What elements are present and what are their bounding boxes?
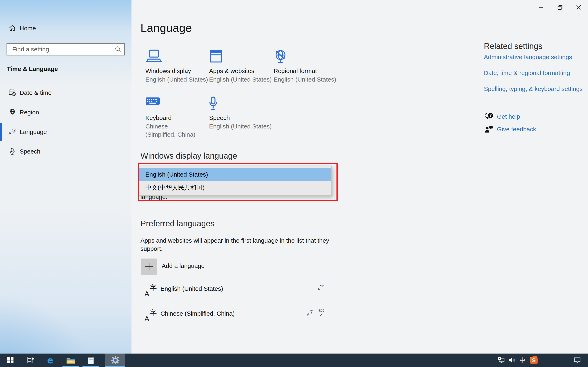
related-settings-heading: Related settings bbox=[484, 42, 543, 51]
running-indicator-settings bbox=[105, 366, 125, 367]
tile-label: Regional format bbox=[274, 67, 317, 74]
dropdown-option-chinese[interactable]: 中文(中华人民共和国) bbox=[139, 181, 331, 194]
ime-language-indicator[interactable]: 中 bbox=[518, 354, 527, 367]
sidebar-item-language[interactable]: 字 A Language bbox=[0, 123, 131, 141]
microphone-icon bbox=[209, 96, 217, 111]
minimize-button[interactable] bbox=[532, 0, 550, 15]
app-window-icon bbox=[209, 49, 223, 64]
language-row-chinese[interactable]: 字 A Chinese (Simplified, China) bbox=[145, 308, 332, 324]
tile-label: Keyboard bbox=[145, 114, 172, 121]
give-feedback-link[interactable]: Give feedback bbox=[497, 125, 536, 133]
sidebar-item-label: Speech bbox=[20, 148, 40, 155]
link-date-time-regional-formatting[interactable]: Date, time & regional formatting bbox=[484, 69, 570, 76]
get-help-link[interactable]: Get help bbox=[497, 113, 520, 120]
ime-toolbar-icon bbox=[26, 356, 34, 364]
language-icon: 字 A bbox=[145, 283, 157, 298]
search-input[interactable] bbox=[7, 44, 124, 55]
tile-value: Chinese (Simplified, China) bbox=[145, 122, 199, 139]
sogou-input-tray-icon[interactable]: S bbox=[528, 354, 539, 367]
display-language-dropdown: English (United States) 中文(中华人民共和国) bbox=[139, 166, 332, 196]
start-button[interactable] bbox=[4, 354, 16, 367]
tile-value: English (United States) bbox=[209, 122, 272, 131]
edge-icon: e bbox=[47, 355, 53, 365]
feedback-person-icon bbox=[485, 125, 494, 133]
svg-text:?: ? bbox=[490, 113, 492, 117]
settings-window: Settings Home bbox=[0, 0, 588, 367]
restore-button[interactable] bbox=[550, 0, 569, 15]
language-name: Chinese (Simplified, China) bbox=[160, 310, 235, 317]
keyboard-icon bbox=[145, 96, 160, 111]
file-explorer-button[interactable] bbox=[64, 354, 78, 367]
add-language-label: Add a language bbox=[162, 262, 205, 269]
ime-toolbar-button[interactable] bbox=[24, 354, 37, 367]
settings-gear-icon bbox=[105, 354, 125, 367]
running-indicator-explorer bbox=[62, 366, 79, 367]
settings-app-active-tile[interactable] bbox=[105, 354, 125, 367]
sidebar: Home Time & Language Date & time bbox=[0, 0, 131, 354]
volume-tray-icon[interactable] bbox=[507, 354, 517, 367]
running-indicator-notepad bbox=[82, 366, 99, 367]
restore-icon bbox=[557, 5, 562, 10]
search-box bbox=[7, 43, 125, 55]
tile-label: Windows display bbox=[145, 67, 191, 74]
plus-icon bbox=[141, 259, 157, 275]
sidebar-item-speech[interactable]: Speech bbox=[0, 142, 131, 160]
sidebar-item-label: Home bbox=[20, 25, 36, 32]
action-center-button[interactable] bbox=[571, 354, 583, 367]
language-icon: 字 A bbox=[145, 308, 157, 323]
close-button[interactable] bbox=[569, 0, 588, 15]
link-spelling-typing-keyboard-settings[interactable]: Spelling, typing, & keyboard settings bbox=[484, 85, 583, 92]
preferred-description-line2: support. bbox=[140, 245, 163, 252]
tile-value: English (United States) bbox=[145, 75, 208, 83]
tile-value: English (United States) bbox=[274, 75, 336, 83]
sidebar-group-label: Time & Language bbox=[7, 65, 58, 72]
spellcheck-badge-icon: abc ✓ bbox=[317, 309, 326, 317]
sidebar-item-region[interactable]: Region bbox=[0, 103, 131, 121]
display-language-badge-icon: 字 A bbox=[307, 309, 313, 317]
sidebar-item-label: Region bbox=[20, 109, 39, 116]
notepad-button[interactable] bbox=[84, 354, 98, 367]
home-icon bbox=[9, 25, 16, 32]
sidebar-item-home[interactable]: Home bbox=[0, 21, 131, 35]
language-name: English (United States) bbox=[160, 285, 223, 292]
preferred-description-line1: Apps and websites will appear in the fir… bbox=[140, 237, 329, 244]
add-language-button[interactable] bbox=[141, 259, 157, 275]
globe-icon bbox=[274, 49, 287, 64]
tile-value: English (United States) bbox=[209, 75, 272, 83]
sogou-icon: S bbox=[530, 356, 538, 365]
sidebar-item-label: Date & time bbox=[20, 89, 52, 96]
file-explorer-icon bbox=[66, 357, 75, 364]
preferred-languages-heading: Preferred languages bbox=[140, 219, 214, 228]
dropdown-option-english[interactable]: English (United States) bbox=[139, 168, 331, 181]
sidebar-item-date-time[interactable]: Date & time bbox=[0, 83, 131, 101]
ime-zh-label: 中 bbox=[520, 357, 525, 364]
taskbar: e bbox=[0, 354, 588, 367]
edge-button[interactable]: e bbox=[44, 354, 57, 367]
help-bubble-icon: ? bbox=[485, 113, 494, 121]
tile-label: Speech bbox=[209, 114, 230, 121]
language-row-english[interactable]: 字 A English (United States) bbox=[145, 283, 332, 299]
windows-logo-icon bbox=[7, 357, 13, 363]
page-title: Language bbox=[140, 22, 192, 35]
notepad-icon bbox=[87, 356, 95, 364]
calendar-clock-icon bbox=[9, 89, 16, 96]
minimize-icon bbox=[539, 5, 544, 10]
language-icon: 字 A bbox=[9, 128, 16, 136]
link-administrative-language-settings[interactable]: Administrative language settings bbox=[484, 53, 572, 60]
close-icon bbox=[576, 5, 581, 10]
tile-label: Apps & websites bbox=[209, 67, 254, 74]
sidebar-item-label: Language bbox=[20, 128, 47, 135]
action-center-icon bbox=[573, 357, 581, 364]
laptop-icon bbox=[145, 49, 163, 64]
display-language-badge-icon: 字 A bbox=[318, 284, 324, 291]
microphone-icon bbox=[9, 148, 16, 155]
globe-icon bbox=[9, 108, 16, 116]
display-language-heading: Windows display language bbox=[140, 151, 237, 161]
network-tray-icon[interactable] bbox=[496, 354, 507, 367]
search-icon bbox=[115, 46, 121, 53]
